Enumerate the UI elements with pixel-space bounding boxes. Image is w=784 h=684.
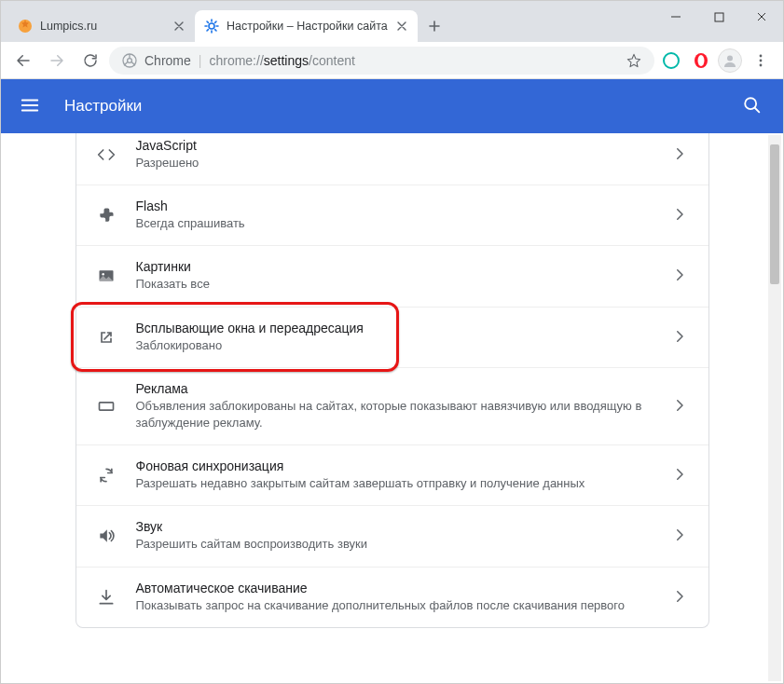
svg-point-9 xyxy=(760,54,763,57)
scrollbar[interactable] xyxy=(768,135,781,681)
search-button[interactable] xyxy=(742,95,764,117)
setting-sound[interactable]: Звук Разрешить сайтам воспроизводить зву… xyxy=(76,506,708,567)
puzzle-icon xyxy=(95,204,117,226)
setting-background-sync[interactable]: Фоновая синхронизация Разрешать недавно … xyxy=(76,445,708,506)
svg-point-5 xyxy=(664,53,679,68)
chevron-right-icon xyxy=(671,466,690,485)
window-titlebar: Lumpics.ru Настройки – Настройки сайта xyxy=(1,1,783,42)
setting-subtitle: Разрешать недавно закрытым сайтам заверш… xyxy=(136,475,653,492)
extension-yandex-icon[interactable] xyxy=(658,48,684,74)
setting-title: Всплывающие окна и переадресация xyxy=(136,321,653,335)
setting-title: JavaScript xyxy=(136,138,653,153)
setting-title: Flash xyxy=(136,198,653,213)
browser-toolbar: Chrome | chrome://settings/content xyxy=(1,42,783,79)
back-button[interactable] xyxy=(8,46,38,75)
svg-point-11 xyxy=(760,63,763,66)
url-prefix: chrome:// xyxy=(209,53,263,68)
extension-opera-icon[interactable] xyxy=(688,48,714,74)
sync-icon xyxy=(95,464,117,486)
svg-point-8 xyxy=(727,55,733,61)
close-icon[interactable] xyxy=(172,20,186,33)
chevron-right-icon xyxy=(671,145,690,164)
settings-content: JavaScript Разрешено Flash Всегда спраши… xyxy=(1,133,783,683)
setting-title: Автоматическое скачивание xyxy=(136,581,653,595)
window-close-button[interactable] xyxy=(740,1,783,33)
chevron-right-icon xyxy=(671,527,690,545)
setting-popups[interactable]: Всплывающие окна и переадресация Заблоки… xyxy=(76,308,708,368)
setting-subtitle: Объявления заблокированы на сайтах, кото… xyxy=(136,398,653,431)
rectangle-icon xyxy=(95,395,117,417)
svg-point-7 xyxy=(698,55,705,66)
svg-point-1 xyxy=(209,23,214,29)
setting-subtitle: Разрешено xyxy=(136,155,653,171)
setting-ads[interactable]: Реклама Объявления заблокированы на сайт… xyxy=(76,368,708,445)
setting-images[interactable]: Картинки Показать все xyxy=(76,246,708,307)
setting-auto-downloads[interactable]: Автоматическое скачивание Показывать зап… xyxy=(76,568,708,627)
svg-point-14 xyxy=(102,274,104,277)
new-tab-button[interactable] xyxy=(421,13,447,39)
chevron-right-icon xyxy=(671,267,690,285)
setting-subtitle: Показать все xyxy=(136,276,653,293)
page-title: Настройки xyxy=(64,97,742,116)
forward-button[interactable] xyxy=(42,46,72,75)
svg-rect-2 xyxy=(715,13,723,21)
gear-favicon-icon xyxy=(204,19,219,34)
window-controls xyxy=(654,1,783,33)
url-suffix: /content xyxy=(309,53,355,68)
setting-subtitle: Показывать запрос на скачивание дополнит… xyxy=(136,597,653,614)
svg-point-10 xyxy=(760,59,763,62)
setting-title: Картинки xyxy=(136,259,653,274)
setting-title: Фоновая синхронизация xyxy=(136,458,653,473)
close-icon[interactable] xyxy=(395,20,408,33)
image-icon xyxy=(95,265,117,287)
launch-icon xyxy=(95,326,117,349)
setting-subtitle: Разрешить сайтам воспроизводить звуки xyxy=(136,536,653,553)
tab-title: Lumpics.ru xyxy=(40,20,165,33)
browser-menu-button[interactable] xyxy=(746,46,776,75)
setting-javascript[interactable]: JavaScript Разрешено xyxy=(76,133,708,185)
setting-subtitle: Заблокировано xyxy=(136,337,653,354)
reload-button[interactable] xyxy=(76,46,105,75)
chevron-right-icon xyxy=(671,397,690,416)
tab-settings[interactable]: Настройки – Настройки сайта xyxy=(195,10,418,42)
tab-title: Настройки – Настройки сайта xyxy=(227,20,388,33)
hamburger-menu-button[interactable] xyxy=(20,95,42,117)
setting-title: Реклама xyxy=(136,381,653,396)
url-host: settings xyxy=(264,53,309,68)
tab-lumpics[interactable]: Lumpics.ru xyxy=(8,10,195,42)
download-icon xyxy=(95,586,117,609)
lumpics-favicon-icon xyxy=(18,19,33,34)
content-settings-panel: JavaScript Разрешено Flash Всегда спраши… xyxy=(76,133,709,628)
chevron-right-icon xyxy=(671,588,690,607)
minimize-button[interactable] xyxy=(654,1,697,33)
maximize-button[interactable] xyxy=(697,1,740,33)
code-icon xyxy=(95,144,117,166)
sound-icon xyxy=(95,525,117,547)
chevron-right-icon xyxy=(671,206,690,225)
chevron-right-icon xyxy=(671,328,690,347)
chrome-label: Chrome xyxy=(144,53,191,68)
scrollbar-thumb[interactable] xyxy=(770,144,779,284)
svg-rect-15 xyxy=(99,403,113,410)
setting-title: Звук xyxy=(136,519,653,534)
chrome-icon xyxy=(122,53,137,68)
tab-strip: Lumpics.ru Настройки – Настройки сайта xyxy=(8,1,447,42)
profile-avatar[interactable] xyxy=(718,48,742,73)
bookmark-star-icon[interactable] xyxy=(626,53,641,68)
setting-subtitle: Всегда спрашивать xyxy=(136,215,653,232)
setting-flash[interactable]: Flash Всегда спрашивать xyxy=(76,185,708,246)
settings-header: Настройки xyxy=(1,79,783,133)
address-bar[interactable]: Chrome | chrome://settings/content xyxy=(109,47,654,75)
